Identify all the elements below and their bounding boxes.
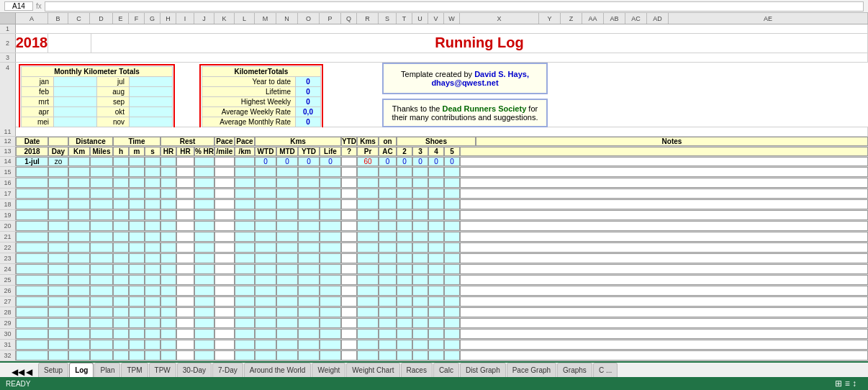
hdr-m[interactable]: m	[129, 147, 145, 156]
cell-notes-14[interactable]	[460, 157, 868, 166]
tab-30day[interactable]: 30-Day	[177, 363, 212, 377]
cell-day-27[interactable]	[48, 296, 68, 307]
hdr-rest-hr[interactable]: HR	[176, 147, 194, 156]
col-header-AC[interactable]: AC	[625, 13, 647, 24]
cell-per-mile-14[interactable]	[214, 157, 235, 166]
hdr-s[interactable]: s	[145, 147, 161, 156]
col-header-Q[interactable]: Q	[341, 13, 357, 24]
cell-miles-23[interactable]	[90, 253, 113, 263]
cell-km-28[interactable]	[68, 307, 90, 317]
col-header-J[interactable]: J	[194, 13, 214, 24]
cell-wtd-14[interactable]: 0	[255, 157, 276, 166]
cell-day-21[interactable]	[48, 232, 68, 242]
cell-date-15[interactable]	[16, 167, 48, 177]
cell-mtd-14[interactable]: 0	[276, 157, 298, 166]
tab-c[interactable]: C ...	[593, 363, 618, 377]
col-header-I[interactable]: I	[176, 13, 194, 24]
cell-year[interactable]: 2018	[16, 34, 48, 52]
col-header-V[interactable]: V	[428, 13, 444, 24]
lifetime-value[interactable]: 0	[296, 86, 321, 96]
month-mrt-value[interactable]	[54, 96, 97, 106]
tab-pace-graph[interactable]: Pace Graph	[507, 363, 556, 377]
cell-date-20[interactable]	[16, 221, 48, 231]
avg-weekly-value[interactable]: 0,0	[296, 106, 321, 117]
cell-pct-hr-14[interactable]	[194, 157, 214, 166]
hdr-shoe5[interactable]: 5	[444, 147, 460, 156]
tab-tpw[interactable]: TPW	[149, 363, 176, 377]
col-header-S[interactable]: S	[379, 13, 397, 24]
col-header-AA[interactable]: AA	[582, 13, 604, 24]
cell-km-27[interactable]	[68, 296, 90, 307]
cell-miles-22[interactable]	[90, 242, 113, 253]
col-header-T[interactable]: T	[397, 13, 412, 24]
hdr-pct-hr[interactable]: % HR	[194, 147, 214, 156]
cell-hr-14[interactable]	[161, 157, 176, 166]
cell-km-25[interactable]	[68, 275, 90, 285]
month-mei-value[interactable]	[54, 117, 97, 127]
cell-day-22[interactable]	[48, 242, 68, 253]
tab-races[interactable]: Races	[401, 363, 433, 377]
col-header-K[interactable]: K	[214, 13, 235, 24]
cell-miles-30[interactable]	[90, 329, 113, 339]
cell-day-18[interactable]	[48, 199, 68, 209]
cell-day-19[interactable]	[48, 210, 68, 220]
cell-shoe3-14[interactable]: 0	[412, 157, 428, 166]
view-icons[interactable]: ⊞ ≡ ↕	[835, 378, 856, 389]
cell-km-16[interactable]	[68, 178, 90, 188]
cell-day-31[interactable]	[48, 340, 68, 350]
hdr-shoe4[interactable]: 4	[428, 147, 444, 156]
cell-shoe4-14[interactable]: 0	[428, 157, 444, 166]
col-header-C[interactable]: C	[68, 13, 90, 24]
cell-km-15[interactable]	[68, 167, 90, 177]
hdr-pr[interactable]: Pr	[357, 147, 379, 156]
cell-miles-16[interactable]	[90, 178, 113, 188]
hdr-per-mile[interactable]: /mile	[214, 147, 235, 156]
month-nov[interactable]: nov	[97, 117, 130, 127]
cell-miles-21[interactable]	[90, 232, 113, 242]
hdr-kms[interactable]: Kms	[255, 137, 341, 146]
cell-day-17[interactable]	[48, 189, 68, 199]
cell-date-24[interactable]	[16, 264, 48, 274]
cell-km-30[interactable]	[68, 329, 90, 339]
col-header-L[interactable]: L	[235, 13, 255, 24]
cell-m-14[interactable]	[129, 157, 145, 166]
cell-km-24[interactable]	[68, 264, 90, 274]
col-header-P[interactable]: P	[320, 13, 341, 24]
tab-7day[interactable]: 7-Day	[212, 363, 243, 377]
month-nov-value[interactable]	[130, 117, 173, 127]
month-mrt[interactable]: mrt	[22, 96, 54, 106]
cell-date-29[interactable]	[16, 318, 48, 328]
month-apr[interactable]: apr	[22, 106, 54, 117]
cell-miles-27[interactable]	[90, 296, 113, 307]
hdr-on[interactable]: on	[379, 137, 397, 146]
cell-km-14[interactable]	[68, 157, 90, 166]
cell-date-30[interactable]	[16, 329, 48, 339]
cell-day-26[interactable]	[48, 286, 68, 296]
cell-ytd-14[interactable]: 0	[298, 157, 320, 166]
cell-ac-14[interactable]: 0	[379, 157, 397, 166]
cell-miles-25[interactable]	[90, 275, 113, 285]
cell-date-14[interactable]: 1-jul	[16, 157, 48, 166]
cell-date-27[interactable]	[16, 296, 48, 307]
cell-miles-28[interactable]	[90, 307, 113, 317]
hdr-ytd2[interactable]: YTD	[298, 147, 320, 156]
col-header-AE[interactable]: AE	[669, 13, 868, 24]
cell-h-14[interactable]	[113, 157, 129, 166]
cell-day-29[interactable]	[48, 318, 68, 328]
month-sep-value[interactable]	[130, 96, 173, 106]
cell-notes-28[interactable]	[460, 307, 868, 317]
col-header-A[interactable]: A	[16, 13, 48, 24]
cell-date-28[interactable]	[16, 307, 48, 317]
hdr-day2[interactable]: Day	[48, 147, 68, 156]
hdr-hr[interactable]: HR	[161, 147, 176, 156]
cell-miles-17[interactable]	[90, 189, 113, 199]
month-feb-value[interactable]	[54, 86, 97, 96]
tab-tpm[interactable]: TPM	[121, 363, 148, 377]
tab-plan[interactable]: Plan	[94, 363, 120, 377]
avg-monthly-value[interactable]: 0	[296, 117, 321, 127]
col-header-G[interactable]: G	[145, 13, 161, 24]
nav-first[interactable]: ◀◀	[12, 367, 24, 377]
tab-weight-chart[interactable]: Weight Chart	[346, 363, 399, 377]
hdr-distance[interactable]: Distance	[68, 137, 113, 146]
hdr-2018[interactable]: 2018	[16, 147, 48, 156]
